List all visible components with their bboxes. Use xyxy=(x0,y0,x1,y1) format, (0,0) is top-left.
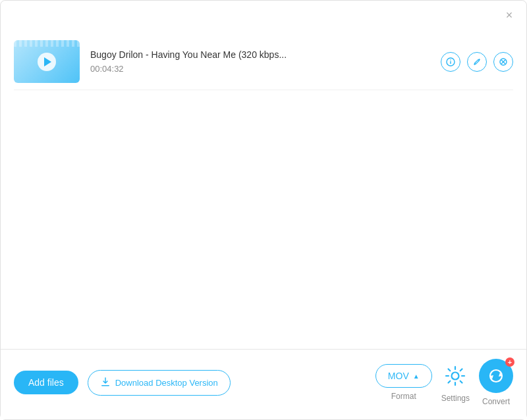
svg-point-2 xyxy=(450,59,451,61)
add-files-button[interactable]: Add files xyxy=(14,371,78,394)
svg-point-7 xyxy=(452,373,459,380)
play-icon xyxy=(38,53,56,71)
settings-section: Settings xyxy=(441,362,470,403)
title-bar: × xyxy=(1,1,526,27)
download-icon xyxy=(100,377,111,389)
file-thumbnail xyxy=(14,40,80,83)
download-label: Download Desktop Version xyxy=(115,378,218,388)
download-desktop-button[interactable]: Download Desktop Version xyxy=(88,370,231,396)
info-button[interactable] xyxy=(441,52,460,72)
download-arrow-icon xyxy=(100,377,111,387)
svg-rect-1 xyxy=(450,61,451,64)
footer: Add files Download Desktop Version MOV ▲… xyxy=(1,349,526,419)
main-window: × Bugoy Drilon - Having You Near Me (320… xyxy=(0,0,527,420)
settings-label: Settings xyxy=(441,394,470,403)
file-duration: 00:04:32 xyxy=(90,64,430,74)
close-button[interactable]: × xyxy=(503,9,516,22)
convert-plus-badge: + xyxy=(505,357,514,367)
file-info: Bugoy Drilon - Having You Near Me (320 k… xyxy=(80,49,441,74)
settings-button[interactable] xyxy=(441,362,469,390)
edit-icon xyxy=(472,57,482,66)
file-name: Bugoy Drilon - Having You Near Me (320 k… xyxy=(90,49,430,60)
format-arrow-icon: ▲ xyxy=(413,373,420,380)
convert-button[interactable]: + xyxy=(479,359,513,393)
content-area: Bugoy Drilon - Having You Near Me (320 k… xyxy=(1,27,526,349)
file-item: Bugoy Drilon - Having You Near Me (320 k… xyxy=(14,34,513,90)
gear-icon xyxy=(443,364,467,388)
convert-label: Convert xyxy=(482,397,510,406)
format-label: Format xyxy=(391,392,416,401)
remove-icon xyxy=(499,58,507,66)
format-section: MOV ▲ Format xyxy=(375,364,432,401)
edit-button[interactable] xyxy=(467,52,487,72)
file-actions xyxy=(441,52,513,72)
convert-icon xyxy=(487,367,505,384)
info-icon xyxy=(446,57,455,66)
convert-section: + Convert xyxy=(479,359,513,406)
format-button[interactable]: MOV ▲ xyxy=(375,364,432,388)
svg-rect-6 xyxy=(101,385,109,386)
remove-button[interactable] xyxy=(493,52,513,72)
play-triangle xyxy=(44,57,51,66)
format-value: MOV xyxy=(388,371,409,381)
